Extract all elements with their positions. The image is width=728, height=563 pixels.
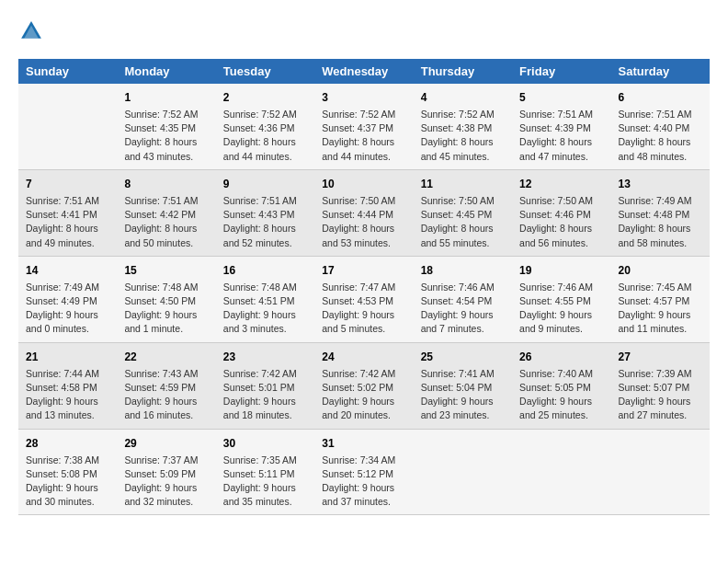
calendar-cell: 3Sunrise: 7:52 AMSunset: 4:37 PMDaylight… <box>314 84 413 169</box>
logo-icon <box>18 18 44 44</box>
day-number: 17 <box>322 262 405 279</box>
day-info: Sunrise: 7:50 AMSunset: 4:44 PMDaylight:… <box>322 194 405 250</box>
day-info: Sunrise: 7:46 AMSunset: 4:55 PMDaylight:… <box>519 281 603 337</box>
calendar-week-row: 28Sunrise: 7:38 AMSunset: 5:08 PMDayligh… <box>18 429 710 515</box>
day-info: Sunrise: 7:47 AMSunset: 4:53 PMDaylight:… <box>322 281 405 337</box>
day-number: 21 <box>26 349 109 365</box>
day-info: Sunrise: 7:51 AMSunset: 4:39 PMDaylight:… <box>519 108 603 164</box>
day-number: 25 <box>421 349 505 365</box>
day-info: Sunrise: 7:48 AMSunset: 4:51 PMDaylight:… <box>223 281 307 337</box>
calendar-cell: 21Sunrise: 7:44 AMSunset: 4:58 PMDayligh… <box>18 342 117 429</box>
day-number: 22 <box>124 349 208 365</box>
day-info: Sunrise: 7:35 AMSunset: 5:11 PMDaylight:… <box>223 454 307 510</box>
calendar-table: SundayMondayTuesdayWednesdayThursdayFrid… <box>18 59 710 515</box>
day-of-week-header: Monday <box>117 59 215 84</box>
day-number: 23 <box>223 349 307 365</box>
calendar-cell: 28Sunrise: 7:38 AMSunset: 5:08 PMDayligh… <box>18 429 117 515</box>
page-header <box>18 18 710 44</box>
day-info: Sunrise: 7:51 AMSunset: 4:42 PMDaylight:… <box>124 194 208 250</box>
calendar-week-row: 1Sunrise: 7:52 AMSunset: 4:35 PMDaylight… <box>18 84 710 169</box>
calendar-week-row: 7Sunrise: 7:51 AMSunset: 4:41 PMDaylight… <box>18 169 710 256</box>
calendar-cell: 17Sunrise: 7:47 AMSunset: 4:53 PMDayligh… <box>314 256 413 342</box>
day-info: Sunrise: 7:52 AMSunset: 4:38 PMDaylight:… <box>421 108 505 164</box>
calendar-cell <box>611 429 710 515</box>
day-number: 31 <box>322 435 405 452</box>
day-info: Sunrise: 7:52 AMSunset: 4:36 PMDaylight:… <box>223 108 307 164</box>
day-info: Sunrise: 7:48 AMSunset: 4:50 PMDaylight:… <box>124 281 208 337</box>
day-number: 20 <box>619 262 702 279</box>
day-info: Sunrise: 7:38 AMSunset: 5:08 PMDaylight:… <box>26 454 109 510</box>
calendar-cell: 8Sunrise: 7:51 AMSunset: 4:42 PMDaylight… <box>117 169 215 256</box>
calendar-header-row: SundayMondayTuesdayWednesdayThursdayFrid… <box>18 59 710 84</box>
day-number: 2 <box>223 89 307 106</box>
calendar-cell: 26Sunrise: 7:40 AMSunset: 5:05 PMDayligh… <box>512 342 610 429</box>
day-number: 10 <box>322 176 405 192</box>
day-info: Sunrise: 7:50 AMSunset: 4:45 PMDaylight:… <box>421 194 505 250</box>
calendar-cell: 10Sunrise: 7:50 AMSunset: 4:44 PMDayligh… <box>314 169 413 256</box>
calendar-cell: 23Sunrise: 7:42 AMSunset: 5:01 PMDayligh… <box>216 342 314 429</box>
logo <box>18 18 48 44</box>
day-number: 26 <box>519 349 603 365</box>
calendar-cell <box>18 84 117 169</box>
day-of-week-header: Friday <box>512 59 610 84</box>
day-number: 27 <box>619 349 702 365</box>
day-info: Sunrise: 7:51 AMSunset: 4:43 PMDaylight:… <box>223 194 307 250</box>
calendar-cell: 12Sunrise: 7:50 AMSunset: 4:46 PMDayligh… <box>512 169 610 256</box>
day-number: 16 <box>223 262 307 279</box>
day-number: 6 <box>619 89 702 106</box>
day-number: 3 <box>322 89 405 106</box>
day-info: Sunrise: 7:42 AMSunset: 5:02 PMDaylight:… <box>322 367 405 423</box>
calendar-cell: 24Sunrise: 7:42 AMSunset: 5:02 PMDayligh… <box>314 342 413 429</box>
calendar-cell: 20Sunrise: 7:45 AMSunset: 4:57 PMDayligh… <box>611 256 710 342</box>
day-number: 18 <box>421 262 505 279</box>
day-info: Sunrise: 7:50 AMSunset: 4:46 PMDaylight:… <box>519 194 603 250</box>
calendar-cell: 4Sunrise: 7:52 AMSunset: 4:38 PMDaylight… <box>414 84 512 169</box>
calendar-cell: 30Sunrise: 7:35 AMSunset: 5:11 PMDayligh… <box>216 429 314 515</box>
day-number: 1 <box>124 89 208 106</box>
calendar-cell: 14Sunrise: 7:49 AMSunset: 4:49 PMDayligh… <box>18 256 117 342</box>
day-info: Sunrise: 7:49 AMSunset: 4:49 PMDaylight:… <box>26 281 109 337</box>
day-info: Sunrise: 7:51 AMSunset: 4:40 PMDaylight:… <box>619 108 702 164</box>
day-number: 11 <box>421 176 505 192</box>
day-info: Sunrise: 7:51 AMSunset: 4:41 PMDaylight:… <box>26 194 109 250</box>
calendar-cell: 1Sunrise: 7:52 AMSunset: 4:35 PMDaylight… <box>117 84 215 169</box>
calendar-cell: 27Sunrise: 7:39 AMSunset: 5:07 PMDayligh… <box>611 342 710 429</box>
day-of-week-header: Thursday <box>414 59 512 84</box>
calendar-cell: 25Sunrise: 7:41 AMSunset: 5:04 PMDayligh… <box>414 342 512 429</box>
day-of-week-header: Wednesday <box>314 59 413 84</box>
calendar-week-row: 14Sunrise: 7:49 AMSunset: 4:49 PMDayligh… <box>18 256 710 342</box>
calendar-cell: 31Sunrise: 7:34 AMSunset: 5:12 PMDayligh… <box>314 429 413 515</box>
day-number: 13 <box>619 176 702 192</box>
day-number: 5 <box>519 89 603 106</box>
calendar-cell: 22Sunrise: 7:43 AMSunset: 4:59 PMDayligh… <box>117 342 215 429</box>
calendar-cell: 9Sunrise: 7:51 AMSunset: 4:43 PMDaylight… <box>216 169 314 256</box>
calendar-cell: 2Sunrise: 7:52 AMSunset: 4:36 PMDaylight… <box>216 84 314 169</box>
calendar-cell: 5Sunrise: 7:51 AMSunset: 4:39 PMDaylight… <box>512 84 610 169</box>
day-number: 12 <box>519 176 603 192</box>
day-number: 15 <box>124 262 208 279</box>
day-number: 9 <box>223 176 307 192</box>
day-info: Sunrise: 7:39 AMSunset: 5:07 PMDaylight:… <box>619 367 702 423</box>
day-info: Sunrise: 7:40 AMSunset: 5:05 PMDaylight:… <box>519 367 603 423</box>
day-info: Sunrise: 7:45 AMSunset: 4:57 PMDaylight:… <box>619 281 702 337</box>
calendar-week-row: 21Sunrise: 7:44 AMSunset: 4:58 PMDayligh… <box>18 342 710 429</box>
day-info: Sunrise: 7:52 AMSunset: 4:35 PMDaylight:… <box>124 108 208 164</box>
day-info: Sunrise: 7:43 AMSunset: 4:59 PMDaylight:… <box>124 367 208 423</box>
day-info: Sunrise: 7:42 AMSunset: 5:01 PMDaylight:… <box>223 367 307 423</box>
day-of-week-header: Sunday <box>18 59 117 84</box>
calendar-cell: 13Sunrise: 7:49 AMSunset: 4:48 PMDayligh… <box>611 169 710 256</box>
day-number: 30 <box>223 435 307 452</box>
day-info: Sunrise: 7:52 AMSunset: 4:37 PMDaylight:… <box>322 108 405 164</box>
calendar-cell <box>512 429 610 515</box>
day-info: Sunrise: 7:49 AMSunset: 4:48 PMDaylight:… <box>619 194 702 250</box>
calendar-cell: 11Sunrise: 7:50 AMSunset: 4:45 PMDayligh… <box>414 169 512 256</box>
calendar-cell: 16Sunrise: 7:48 AMSunset: 4:51 PMDayligh… <box>216 256 314 342</box>
calendar-cell: 18Sunrise: 7:46 AMSunset: 4:54 PMDayligh… <box>414 256 512 342</box>
day-number: 7 <box>26 176 109 192</box>
calendar-cell: 6Sunrise: 7:51 AMSunset: 4:40 PMDaylight… <box>611 84 710 169</box>
day-info: Sunrise: 7:46 AMSunset: 4:54 PMDaylight:… <box>421 281 505 337</box>
day-number: 14 <box>26 262 109 279</box>
calendar-cell: 29Sunrise: 7:37 AMSunset: 5:09 PMDayligh… <box>117 429 215 515</box>
calendar-cell: 7Sunrise: 7:51 AMSunset: 4:41 PMDaylight… <box>18 169 117 256</box>
day-number: 19 <box>519 262 603 279</box>
